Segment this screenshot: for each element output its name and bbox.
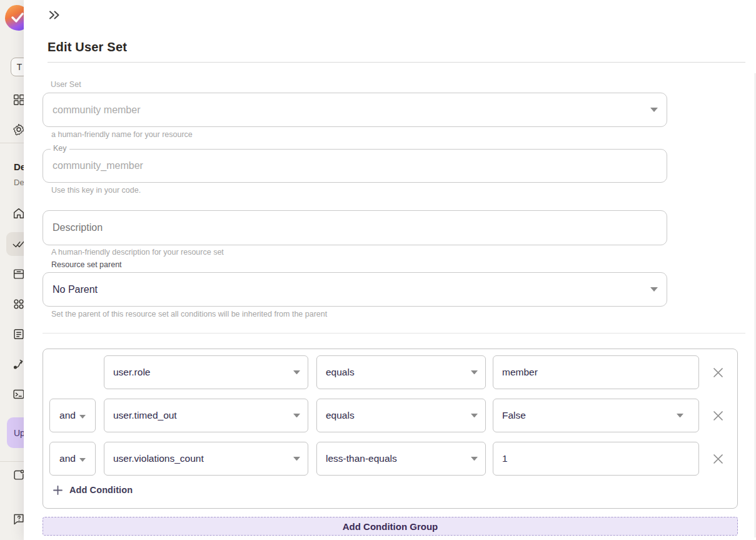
page-title: Edit User Set [48, 40, 127, 54]
attribute-select[interactable]: user.role [104, 355, 308, 389]
add-condition-label: Add Condition [69, 485, 133, 495]
section-divider [43, 333, 745, 334]
chevrons-right-icon [48, 9, 61, 21]
close-icon [712, 367, 724, 379]
attribute-select[interactable]: user.violations_count [104, 442, 308, 476]
chevron-down-icon [79, 410, 86, 421]
chevron-down-icon [293, 414, 300, 418]
combinator-value: and [59, 453, 76, 464]
combinator-value: and [59, 410, 76, 421]
remove-condition-button[interactable] [708, 406, 727, 425]
key-label: Key [51, 144, 69, 153]
parent-select[interactable]: No Parent [43, 272, 667, 307]
edit-user-set-drawer: Edit User Set User Set community member … [24, 0, 756, 540]
condition-row: and user.timed_out equals False [43, 399, 737, 432]
condition-row: user.role equals [43, 355, 737, 389]
chevron-down-icon [677, 414, 683, 418]
add-condition-group-button[interactable]: Add Condition Group [43, 517, 738, 536]
chevron-down-icon [471, 370, 478, 375]
chevron-down-icon [471, 414, 478, 418]
chevron-down-icon [293, 457, 300, 461]
value-input-box[interactable] [493, 442, 699, 476]
chevron-down-icon [650, 287, 658, 292]
operator-select[interactable]: less-than-equals [316, 442, 486, 476]
key-helper: Use this key in your code. [51, 186, 141, 195]
plus-icon [53, 486, 63, 495]
remove-condition-button[interactable] [708, 449, 727, 468]
scrollbar[interactable] [755, 73, 756, 537]
combinator-select[interactable]: and [49, 399, 96, 432]
operator-select[interactable]: equals [316, 355, 486, 389]
user-set-value: community member [53, 104, 140, 116]
title-divider [48, 62, 745, 63]
description-helper: A human-friendly description for your re… [51, 248, 224, 257]
chevron-down-icon [650, 108, 658, 112]
chevron-down-icon [79, 453, 86, 464]
value-text: False [502, 410, 526, 421]
user-set-helper: a human-friendly name for your resource [51, 130, 193, 139]
attribute-value: user.violations_count [113, 453, 204, 464]
value-input[interactable] [502, 367, 690, 378]
logo-check-icon [11, 12, 24, 23]
condition-group: user.role equals and [43, 349, 738, 509]
key-field[interactable]: Key [43, 149, 667, 183]
parent-helper: Set the parent of this resource set all … [51, 310, 327, 318]
chevron-down-icon [471, 457, 478, 461]
operator-value: less-than-equals [326, 453, 397, 464]
attribute-value: user.timed_out [113, 410, 177, 421]
attribute-value: user.role [113, 367, 150, 378]
add-condition-button[interactable]: Add Condition [53, 485, 133, 495]
value-input-box[interactable] [493, 355, 699, 389]
value-input[interactable] [502, 453, 690, 464]
operator-value: equals [326, 410, 355, 421]
chevron-down-icon [293, 370, 300, 375]
value-select[interactable]: False [493, 399, 699, 432]
description-field[interactable] [43, 210, 667, 245]
remove-condition-button[interactable] [708, 363, 727, 382]
operator-select[interactable]: equals [316, 399, 486, 432]
operator-value: equals [326, 367, 355, 378]
parent-label: Resource set parent [51, 260, 122, 269]
collapse-drawer-button[interactable] [46, 7, 63, 23]
user-set-select[interactable]: community member [43, 93, 667, 127]
user-set-label: User Set [51, 80, 81, 89]
close-icon [712, 410, 724, 422]
combinator-select[interactable]: and [49, 442, 96, 476]
parent-value: No Parent [53, 284, 98, 295]
project-subtitle: De [14, 178, 24, 187]
attribute-select[interactable]: user.timed_out [104, 399, 308, 432]
key-input[interactable] [53, 160, 657, 171]
condition-row: and user.violations_count less-than-equa… [43, 442, 737, 476]
description-input[interactable] [53, 222, 657, 233]
close-icon [712, 453, 724, 465]
